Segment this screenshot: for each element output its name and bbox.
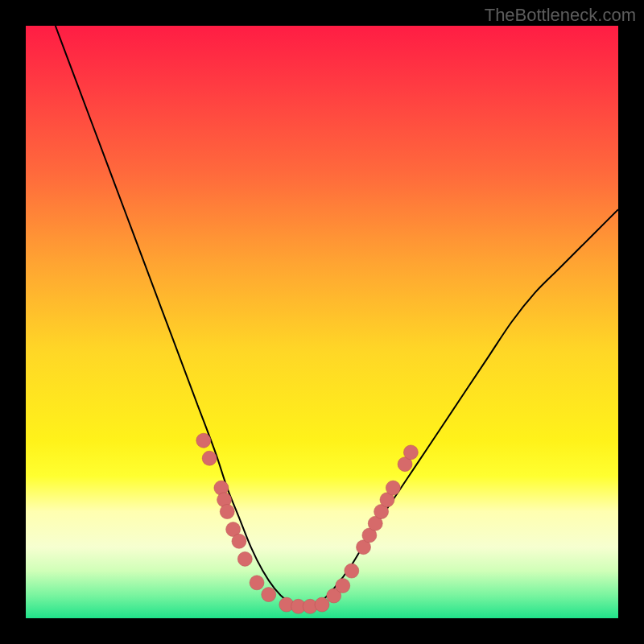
data-dot bbox=[345, 564, 359, 578]
chart-frame: TheBottleneck.com bbox=[0, 0, 644, 644]
data-dot bbox=[237, 551, 252, 566]
data-dot bbox=[262, 588, 276, 602]
watermark-text: TheBottleneck.com bbox=[485, 5, 636, 26]
data-dot bbox=[386, 481, 400, 495]
data-dot bbox=[250, 576, 264, 590]
bottleneck-plot bbox=[26, 26, 618, 618]
data-dot bbox=[232, 534, 246, 548]
data-dot bbox=[315, 597, 329, 612]
data-dot bbox=[196, 433, 211, 448]
plot-background bbox=[26, 26, 618, 618]
data-dot bbox=[336, 579, 350, 593]
data-dot bbox=[403, 445, 418, 460]
data-dot bbox=[220, 505, 234, 519]
data-dot bbox=[202, 451, 217, 465]
